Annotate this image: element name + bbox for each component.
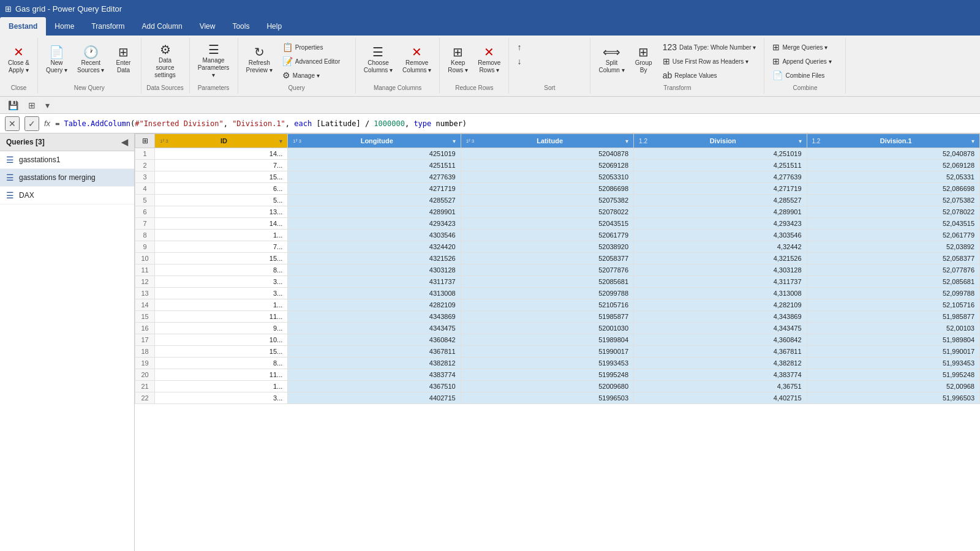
table-view-button[interactable]: ⊞ xyxy=(25,99,39,112)
manage-parameters-button[interactable]: ☰ ManageParameters ▾ xyxy=(194,40,234,82)
table-row[interactable]: 6 13... 4289901 52078022 4,289901 52,078… xyxy=(135,206,980,218)
row-number: 16 xyxy=(135,323,155,334)
queries-header: Queries [3] ◀ xyxy=(0,133,134,151)
table-row[interactable]: 22 3... 4402715 51996503 4,402715 51,996… xyxy=(135,392,980,404)
col-longitude-dropdown[interactable]: ▾ xyxy=(453,138,456,144)
col-header-id[interactable]: 1²3 ID ▾ xyxy=(155,134,288,148)
confirm-formula-button[interactable]: ✓ xyxy=(24,116,39,131)
table-row[interactable]: 19 8... 4382812 51993453 4,382812 51,993… xyxy=(135,358,980,369)
cell-division: 4,303128 xyxy=(634,264,807,276)
col-id-dropdown[interactable]: ▾ xyxy=(279,138,282,144)
keep-rows-button[interactable]: ⊞ KeepRows ▾ xyxy=(443,40,472,80)
sort-desc-button[interactable]: ↓ xyxy=(513,54,586,68)
table-row[interactable]: 1 14... 4251019 52040878 4,251019 52,040… xyxy=(135,148,980,160)
merge-queries-button[interactable]: ⊞ Merge Queries ▾ xyxy=(768,40,842,54)
table-row[interactable]: 18 15... 4367811 51990017 4,367811 51,99… xyxy=(135,346,980,358)
table-row[interactable]: 7 14... 4293423 52043515 4,293423 52,043… xyxy=(135,218,980,230)
sort-asc-button[interactable]: ↑ xyxy=(513,40,586,54)
table-row[interactable]: 15 11... 4343869 51985877 4,343869 51,98… xyxy=(135,311,980,323)
row-number: 8 xyxy=(135,230,155,241)
col-header-division[interactable]: 1.2 Division ▾ xyxy=(634,134,807,148)
cell-id: 1... xyxy=(155,230,288,241)
tab-bestand[interactable]: Bestand xyxy=(0,17,46,36)
tab-help[interactable]: Help xyxy=(258,17,290,36)
table-row[interactable]: 3 15... 4277639 52053310 4,277639 52,053… xyxy=(135,171,980,183)
table-row[interactable]: 16 9... 4343475 52001030 4,343475 52,001… xyxy=(135,323,980,334)
cell-id: 8... xyxy=(155,264,288,276)
cell-division1: 51,989804 xyxy=(807,334,979,346)
cell-latitude: 52077876 xyxy=(461,264,633,276)
table-row[interactable]: 14 1... 4282109 52105716 4,282109 52,105… xyxy=(135,299,980,311)
table-row[interactable]: 8 1... 4303546 52061779 4,303546 52,0617… xyxy=(135,230,980,241)
table-row[interactable]: 9 7... 4324420 52038920 4,32442 52,03892 xyxy=(135,241,980,253)
col-division1-dropdown[interactable]: ▾ xyxy=(971,138,974,144)
combine-files-button[interactable]: 📄 Combine Files xyxy=(768,69,842,82)
query-group-label: Query xyxy=(288,82,305,91)
table-row[interactable]: 17 10... 4360842 51989804 4,360842 51,98… xyxy=(135,334,980,346)
table-row[interactable]: 21 1... 4367510 52009680 4,36751 52,0096… xyxy=(135,381,980,392)
col-latitude-dropdown[interactable]: ▾ xyxy=(625,138,628,144)
main-content: Queries [3] ◀ ☰ gasstations1 ☰ gasstatio… xyxy=(0,133,980,551)
query-item-gasstations-merging[interactable]: ☰ gasstations for merging xyxy=(0,169,134,187)
cell-division: 4,383774 xyxy=(634,369,807,381)
col-header-longitude[interactable]: 1²3 Longitude ▾ xyxy=(288,134,461,148)
table-row[interactable]: 11 8... 4303128 52077876 4,303128 52,077… xyxy=(135,264,980,276)
row-number: 6 xyxy=(135,206,155,218)
tab-addcolumn[interactable]: Add Column xyxy=(134,17,191,36)
cell-division: 4,321526 xyxy=(634,253,807,264)
data-source-settings-button[interactable]: ⚙ Data sourcesettings xyxy=(145,40,186,82)
new-query-button[interactable]: 📄 NewQuery ▾ xyxy=(42,40,72,80)
table-row[interactable]: 12 3... 4311737 52085681 4,311737 52,085… xyxy=(135,276,980,288)
col-division-dropdown[interactable]: ▾ xyxy=(799,138,802,144)
remove-rows-button[interactable]: ✕ RemoveRows ▾ xyxy=(473,40,505,80)
cell-latitude: 52085681 xyxy=(461,276,633,288)
query-item-gasstations1[interactable]: ☰ gasstations1 xyxy=(0,151,134,169)
properties-button[interactable]: 📋 Properties xyxy=(278,40,352,54)
cell-division: 4,251019 xyxy=(634,148,807,160)
choose-columns-button[interactable]: ☰ ChooseColumns ▾ xyxy=(360,40,397,80)
col-header-division1[interactable]: 1.2 Division.1 ▾ xyxy=(807,134,979,148)
table-row[interactable]: 2 7... 4251511 52069128 4,251511 52,0691… xyxy=(135,160,980,171)
row-number: 15 xyxy=(135,311,155,323)
use-first-row-button[interactable]: ⊞ Use First Row as Headers ▾ xyxy=(658,54,761,68)
refresh-preview-button[interactable]: ↻ RefreshPreview ▾ xyxy=(242,40,277,80)
table-row[interactable]: 5 5... 4285527 52075382 4,285527 52,0753… xyxy=(135,195,980,206)
cell-division1: 52,078022 xyxy=(807,206,979,218)
table-row[interactable]: 13 3... 4313008 52099788 4,313008 52,099… xyxy=(135,288,980,299)
formula-display[interactable]: = Table.AddColumn(#"Inserted Division", … xyxy=(55,119,975,128)
dropdown-button[interactable]: ▾ xyxy=(42,99,53,112)
close-apply-button[interactable]: ✕ Close &Apply ▾ xyxy=(4,40,34,80)
cell-latitude: 52086698 xyxy=(461,183,633,195)
cell-latitude: 51996503 xyxy=(461,392,633,404)
table-area[interactable]: ⊞ 1²3 ID ▾ 1²3 Longitude ▾ xyxy=(135,133,980,551)
recent-sources-button[interactable]: 🕐 RecentSources ▾ xyxy=(73,40,108,80)
new-query-icon: 📄 xyxy=(49,46,64,58)
cancel-formula-button[interactable]: ✕ xyxy=(5,116,20,131)
cell-division1: 52,05331 xyxy=(807,171,979,183)
cell-latitude: 52058377 xyxy=(461,253,633,264)
cell-longitude: 4360842 xyxy=(288,334,461,346)
remove-columns-button[interactable]: ✕ RemoveColumns ▾ xyxy=(398,40,435,80)
append-queries-button[interactable]: ⊞ Append Queries ▾ xyxy=(768,54,842,68)
cell-longitude: 4303128 xyxy=(288,264,461,276)
table-row[interactable]: 10 15... 4321526 52058377 4,321526 52,05… xyxy=(135,253,980,264)
table-row[interactable]: 4 6... 4271719 52086698 4,271719 52,0866… xyxy=(135,183,980,195)
replace-values-button[interactable]: ab Replace Values xyxy=(658,69,761,82)
cell-division1: 52,00103 xyxy=(807,323,979,334)
save-button[interactable]: 💾 xyxy=(5,99,21,112)
tab-tools[interactable]: Tools xyxy=(224,17,258,36)
tab-home[interactable]: Home xyxy=(46,17,83,36)
query-item-dax[interactable]: ☰ DAX xyxy=(0,187,134,204)
tab-view[interactable]: View xyxy=(191,17,224,36)
group-by-button[interactable]: ⊞ GroupBy xyxy=(630,40,657,80)
col-header-latitude[interactable]: 1²3 Latitude ▾ xyxy=(461,134,633,148)
manage-button[interactable]: ⚙ Manage ▾ xyxy=(278,69,352,82)
cell-latitude: 52009680 xyxy=(461,381,633,392)
collapse-panel-button[interactable]: ◀ xyxy=(121,137,128,147)
table-row[interactable]: 20 11... 4383774 51995248 4,383774 51,99… xyxy=(135,369,980,381)
enter-data-button[interactable]: ⊞ EnterData xyxy=(110,40,137,80)
advanced-editor-button[interactable]: 📝 Advanced Editor xyxy=(278,54,352,68)
split-column-button[interactable]: ⟺ SplitColumn ▾ xyxy=(594,40,628,80)
tab-transform[interactable]: Transform xyxy=(83,17,133,36)
data-type-button[interactable]: 123 Data Type: Whole Number ▾ xyxy=(658,40,761,54)
